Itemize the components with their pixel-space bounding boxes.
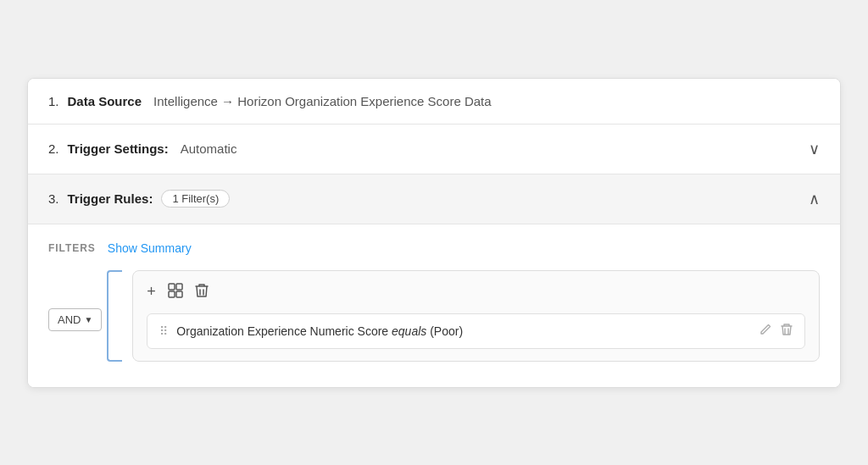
section-trigger-rules-left: 3. Trigger Rules: 1 Filter(s) (48, 190, 230, 208)
section-1-title: Data Source (68, 94, 142, 108)
section-2-chevron[interactable]: ∨ (809, 140, 820, 158)
and-bracket (107, 270, 122, 362)
section-3-number: 3. (48, 191, 59, 206)
section-trigger-settings-left: 2. Trigger Settings: Automatic (48, 141, 236, 156)
svg-rect-3 (176, 291, 182, 297)
filter-rules-container: + (132, 270, 820, 362)
rule-field: Organization Experience Numeric Score (176, 324, 388, 338)
section-trigger-settings[interactable]: 2. Trigger Settings: Automatic ∨ (28, 125, 840, 174)
layout-icon (168, 283, 183, 302)
svg-rect-2 (169, 291, 175, 297)
main-card: 1. Data Source Intelligence → Horizon Or… (27, 78, 841, 388)
delete-group-icon[interactable] (195, 283, 209, 302)
filters-header: FILTERS Show Summary (48, 241, 820, 255)
and-button[interactable]: AND ▼ (48, 308, 102, 331)
section-data-source-left: 1. Data Source Intelligence → Horizon Or… (48, 94, 492, 108)
section-2-title: Trigger Settings: (68, 141, 169, 156)
filter-builder: AND ▼ + (48, 270, 820, 362)
delete-rule-icon[interactable] (781, 323, 793, 340)
toolbar-row: + (147, 283, 805, 302)
section-data-source: 1. Data Source Intelligence → Horizon Or… (28, 79, 840, 125)
add-filter-icon[interactable]: + (147, 283, 156, 301)
filter-rule-row: ⠿ Organization Experience Numeric Score … (147, 313, 805, 349)
show-summary-link[interactable]: Show Summary (108, 241, 192, 255)
section-trigger-rules[interactable]: 3. Trigger Rules: 1 Filter(s) ∧ (28, 174, 840, 224)
edit-rule-icon[interactable] (759, 323, 772, 340)
section-3-title: Trigger Rules: (68, 191, 153, 206)
and-dropdown-icon: ▼ (84, 315, 92, 324)
rule-actions (759, 323, 793, 340)
filter-count-badge: 1 Filter(s) (161, 190, 230, 208)
rule-text: Organization Experience Numeric Score eq… (176, 324, 750, 338)
section-2-subtitle: Automatic (181, 141, 237, 156)
section-1-number: 1. (48, 94, 59, 108)
rule-operator: equals (392, 324, 430, 338)
and-button-label: AND (58, 313, 81, 326)
svg-rect-0 (169, 284, 175, 290)
and-group: AND ▼ (48, 270, 122, 362)
section-2-number: 2. (48, 141, 59, 156)
section-1-subtitle: Intelligence → Horizon Organization Expe… (153, 94, 492, 108)
section-3-chevron[interactable]: ∧ (809, 190, 820, 208)
svg-rect-1 (176, 284, 182, 290)
filters-area: FILTERS Show Summary AND ▼ + (28, 224, 840, 387)
filters-label: FILTERS (48, 242, 96, 254)
drag-handle-icon[interactable]: ⠿ (159, 324, 168, 338)
rule-value: (Poor) (430, 324, 463, 338)
